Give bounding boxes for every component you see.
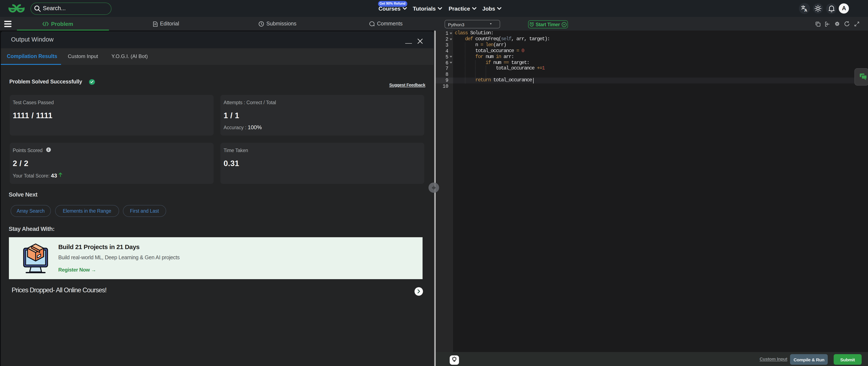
- svg-text:A: A: [804, 8, 807, 12]
